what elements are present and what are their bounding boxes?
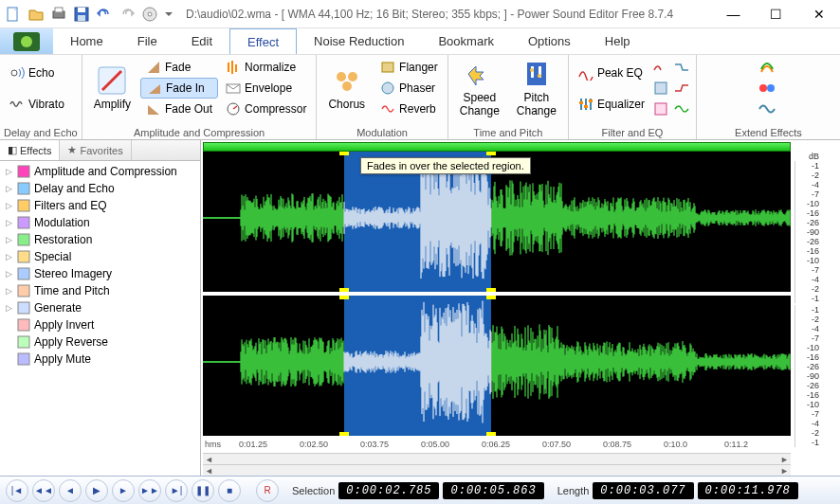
svg-rect-41: [18, 234, 29, 245]
chorus-button[interactable]: Chorus: [320, 57, 373, 119]
extend-icon-3[interactable]: [758, 100, 778, 119]
equalizer-button[interactable]: Equalizer: [573, 94, 650, 115]
fade-in-button[interactable]: Fade In: [140, 78, 218, 99]
normalize-button[interactable]: Normalize: [220, 57, 312, 78]
tree-expander-icon[interactable]: ▷: [4, 252, 13, 261]
app-icon[interactable]: [0, 28, 53, 54]
selection-handle[interactable]: [339, 288, 349, 292]
tree-expander-icon[interactable]: ▷: [4, 167, 13, 176]
extend-icon-2[interactable]: [758, 80, 778, 99]
menu-edit[interactable]: Edit: [174, 28, 229, 54]
play-button[interactable]: ▶: [85, 479, 108, 502]
menu-help[interactable]: Help: [588, 28, 648, 54]
fade-button[interactable]: Fade: [140, 57, 218, 78]
db-tick: -10: [795, 343, 819, 352]
db-tick: -1: [795, 294, 819, 303]
tree-expander-icon[interactable]: ▷: [4, 184, 13, 193]
svg-rect-38: [18, 183, 29, 194]
db-tick: -26: [795, 381, 819, 390]
vibrato-icon: [9, 97, 25, 112]
tree-item[interactable]: ▷Time and Pitch: [0, 282, 200, 299]
filter-icon-3[interactable]: [652, 100, 671, 119]
tree-item-label: Modulation: [34, 216, 90, 229]
phaser-button[interactable]: Phaser: [374, 78, 444, 99]
skip-end-button[interactable]: ►|: [165, 479, 188, 502]
echo-button[interactable]: Echo: [4, 63, 70, 83]
tree-item[interactable]: ▷Special: [0, 248, 200, 265]
amplify-button[interactable]: Amplify: [86, 57, 138, 119]
maximize-button[interactable]: ☐: [755, 0, 797, 28]
qat-dropdown-icon[interactable]: [163, 5, 174, 24]
track-right[interactable]: [203, 296, 791, 436]
save-icon[interactable]: [72, 5, 91, 24]
menu-bookmark[interactable]: Bookmark: [421, 28, 511, 54]
ribbon: Echo Vibrato Delay and Echo Amplify Fade…: [0, 55, 840, 140]
pitch-label: Pitch Change: [517, 91, 557, 117]
reverb-button[interactable]: Reverb: [374, 99, 444, 119]
tree-item[interactable]: ▷Amplitude and Compression: [0, 163, 200, 180]
svg-rect-48: [18, 353, 29, 365]
rewind-button[interactable]: ◄◄: [32, 479, 55, 502]
speed-change-button[interactable]: Speed Change: [452, 57, 507, 119]
h-scrollbar[interactable]: ◄►: [203, 453, 791, 464]
tree-item[interactable]: ▷Restoration: [0, 231, 200, 248]
ffwd-button[interactable]: ►►: [138, 479, 161, 502]
pitch-change-button[interactable]: Pitch Change: [509, 57, 564, 119]
pause-button[interactable]: ❚❚: [192, 479, 214, 502]
filter-icon-1[interactable]: [652, 59, 671, 78]
filter-icon-4[interactable]: [673, 59, 692, 78]
tree-item[interactable]: ▷Stereo Imagery: [0, 265, 200, 282]
minimize-button[interactable]: —: [712, 0, 755, 28]
menu-home[interactable]: Home: [53, 28, 120, 54]
close-button[interactable]: ✕: [797, 0, 840, 28]
menu-noise-reduction[interactable]: Noise Reduction: [297, 28, 421, 54]
new-icon[interactable]: [4, 5, 23, 24]
tree-expander-icon[interactable]: ▷: [4, 269, 13, 279]
flanger-button[interactable]: Flanger: [374, 57, 444, 78]
db-tick: -26: [795, 362, 819, 371]
envelope-button[interactable]: Envelope: [220, 78, 312, 99]
tree-item[interactable]: Apply Invert: [0, 316, 200, 333]
sidebar-tab-effects[interactable]: ◧Effects: [0, 140, 60, 160]
timeline[interactable]: hms 0:01.250:02.500:03.750:05.000:06.250…: [201, 436, 840, 453]
tree-expander-icon[interactable]: ▷: [4, 286, 13, 296]
tree-expander-icon[interactable]: ▷: [4, 218, 13, 227]
stop-button[interactable]: ■: [218, 479, 241, 502]
vibrato-button[interactable]: Vibrato: [4, 94, 70, 115]
peak-eq-button[interactable]: Peak EQ: [573, 63, 650, 83]
tree-item[interactable]: ▷Delay and Echo: [0, 180, 200, 197]
filter-icon-5[interactable]: [673, 80, 692, 99]
prev-button[interactable]: ◄: [59, 479, 82, 502]
compressor-button[interactable]: Compressor: [220, 99, 312, 119]
extend-icon-1[interactable]: [758, 59, 778, 78]
tree-item[interactable]: ▷Filters and EQ: [0, 197, 200, 214]
skip-start-button[interactable]: |◄: [6, 479, 28, 502]
record-button[interactable]: R: [256, 479, 279, 502]
open-icon[interactable]: [27, 5, 46, 24]
svg-rect-32: [589, 99, 593, 102]
filter-icon-6[interactable]: [673, 100, 692, 119]
tree-item[interactable]: ▷Modulation: [0, 214, 200, 231]
next-button[interactable]: ►: [112, 479, 135, 502]
zoom-scrollbar[interactable]: ◄►: [203, 464, 791, 476]
tree-expander-icon[interactable]: ▷: [4, 235, 13, 244]
tree-item[interactable]: Apply Mute: [0, 351, 200, 368]
print-icon[interactable]: [49, 5, 68, 24]
redo-icon[interactable]: [118, 5, 137, 24]
cd-icon[interactable]: [140, 5, 159, 24]
tree-expander-icon[interactable]: ▷: [4, 303, 13, 313]
undo-icon[interactable]: [95, 5, 114, 24]
compressor-icon: [226, 101, 241, 117]
tree-expander-icon[interactable]: ▷: [4, 201, 13, 210]
fade-out-button[interactable]: Fade Out: [140, 99, 218, 119]
tree-item[interactable]: ▷Generate: [0, 299, 200, 316]
menu-options[interactable]: Options: [511, 28, 588, 54]
sidebar-tab-favorites[interactable]: ★Favorites: [60, 140, 131, 160]
selection-handle[interactable]: [486, 288, 496, 292]
menu-file[interactable]: File: [120, 28, 174, 54]
chorus-icon: [332, 65, 362, 96]
marker-bar[interactable]: [203, 142, 791, 152]
filter-icon-2[interactable]: [652, 80, 671, 99]
tree-item[interactable]: Apply Reverse: [0, 333, 200, 351]
menu-effect[interactable]: Effect: [229, 28, 297, 54]
